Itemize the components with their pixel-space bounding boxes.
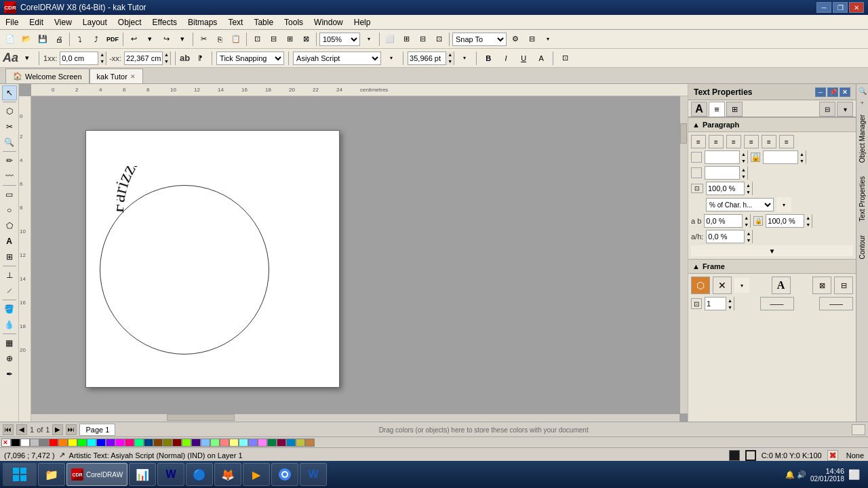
- align-center-button[interactable]: ≡: [709, 135, 724, 148]
- font-select[interactable]: Asiyah Script: [293, 52, 381, 65]
- smart-fill-tool[interactable]: ⊕: [2, 351, 17, 366]
- color-swatch-indigo[interactable]: [191, 439, 201, 447]
- frame-num-up[interactable]: ▲: [726, 297, 734, 304]
- x-spin-down[interactable]: ▼: [98, 58, 106, 65]
- no-color-swatch[interactable]: ✕: [1, 439, 11, 447]
- zoom-tool[interactable]: 🔍: [2, 135, 17, 150]
- menu-table[interactable]: Table: [248, 15, 279, 29]
- zoom-select[interactable]: 105%: [319, 33, 360, 46]
- align-left-button[interactable]: ≡: [691, 135, 706, 148]
- frame-icon-dropdown[interactable]: ▾: [734, 278, 749, 293]
- menu-bitmaps[interactable]: Bitmaps: [182, 15, 222, 29]
- redo-dropdown[interactable]: ▾: [175, 32, 190, 47]
- menu-object[interactable]: Object: [113, 15, 147, 29]
- export-button[interactable]: ⤴: [89, 32, 104, 47]
- taskbar-vlc[interactable]: ▶: [243, 463, 270, 486]
- frame-connect-1[interactable]: ⊠: [812, 277, 831, 294]
- char-height-dropdown[interactable]: ▾: [776, 197, 791, 212]
- x-input[interactable]: 0,0 cm: [60, 54, 98, 62]
- frame-tab[interactable]: ⊞: [726, 102, 743, 117]
- color-swatch-darkred[interactable]: [277, 439, 286, 447]
- panel-close-button[interactable]: ✕: [840, 87, 850, 97]
- color-swatch-darkgreen[interactable]: [267, 439, 277, 447]
- color-swatch-black[interactable]: [11, 439, 20, 447]
- color-swatch-yellow[interactable]: [68, 439, 77, 447]
- color-swatch-gray2[interactable]: [39, 439, 49, 447]
- fit-page-button[interactable]: ⊡: [250, 32, 264, 47]
- indent-before-input[interactable]: [705, 169, 739, 177]
- redo-button[interactable]: ↪: [159, 32, 174, 47]
- save-button[interactable]: 💾: [35, 32, 50, 47]
- color-swatch-lime[interactable]: [182, 439, 191, 447]
- fill-color-indicator[interactable]: [729, 450, 740, 461]
- more-options-button[interactable]: ⊟: [819, 102, 835, 117]
- first-line-indent-input[interactable]: [705, 153, 739, 161]
- indent-right-down[interactable]: ▼: [797, 157, 806, 164]
- color-swatch-pink[interactable]: [125, 439, 134, 447]
- first-line-indent-down[interactable]: ▼: [739, 157, 747, 164]
- font-dropdown[interactable]: ▾: [384, 51, 399, 66]
- color-swatch-orange[interactable]: [58, 439, 68, 447]
- color-swatch-lightmagenta[interactable]: [258, 439, 267, 447]
- color-swatch-green[interactable]: [77, 439, 87, 447]
- freehand-tool[interactable]: ✏: [2, 153, 17, 168]
- crop-tool[interactable]: ✂: [2, 119, 17, 134]
- hscroll-thumb[interactable]: [167, 414, 235, 421]
- object-manager-tab[interactable]: Object Manager: [857, 108, 868, 169]
- menu-text[interactable]: Text: [222, 15, 248, 29]
- polygon-tool[interactable]: ⬠: [2, 218, 17, 233]
- fit-width-button[interactable]: ⊟: [266, 32, 281, 47]
- start-button[interactable]: [3, 463, 37, 486]
- frame-extra-2[interactable]: ——: [819, 297, 853, 310]
- text-on-path-container[interactable]: Farizza Nur: [117, 166, 296, 220]
- frame-icon-1[interactable]: ⬡: [691, 277, 710, 294]
- menu-effects[interactable]: Effects: [147, 15, 182, 29]
- vertical-scrollbar[interactable]: [679, 96, 688, 413]
- paragraph-section-header[interactable]: ▲ Paragraph: [688, 117, 856, 132]
- panel-pin-button[interactable]: 📌: [827, 87, 838, 97]
- snap-settings-button[interactable]: ⚙: [508, 32, 523, 47]
- menu-window[interactable]: Window: [309, 15, 349, 29]
- print-button[interactable]: 🖨: [52, 32, 66, 47]
- color-swatch-maroon[interactable]: [172, 439, 182, 447]
- expand-paragraph-button[interactable]: ▼: [691, 245, 853, 256]
- y-spin-up[interactable]: ▲: [162, 52, 170, 58]
- open-button[interactable]: 📂: [19, 32, 34, 47]
- align-objects-button[interactable]: ⊡: [431, 32, 446, 47]
- word-spacing-input[interactable]: [707, 232, 744, 241]
- last-page-button[interactable]: ⏭: [66, 424, 77, 435]
- indent-before-down[interactable]: ▼: [739, 173, 747, 180]
- underline-button[interactable]: U: [516, 51, 531, 66]
- minimize-button[interactable]: ─: [816, 2, 831, 13]
- frame-extra-1[interactable]: ——: [760, 297, 794, 310]
- char-before-up[interactable]: ▲: [742, 214, 750, 221]
- allcaps-button[interactable]: A: [534, 51, 549, 66]
- select-tool[interactable]: ↖: [2, 85, 17, 100]
- text-align-button[interactable]: ⊡: [557, 51, 572, 66]
- tab-document[interactable]: kak Tutor ✕: [90, 68, 143, 83]
- indent-right-input[interactable]: [764, 153, 797, 161]
- color-swatch-lightgreen[interactable]: [210, 439, 220, 447]
- color-swatch-tan[interactable]: [305, 439, 315, 447]
- copy-button[interactable]: ⎘: [212, 32, 227, 47]
- color-swatch-blue[interactable]: [96, 439, 106, 447]
- taskbar-corel-app[interactable]: 🔵: [186, 463, 213, 486]
- paste-button[interactable]: 📋: [229, 32, 243, 47]
- grid-options-button[interactable]: ⊟: [415, 32, 430, 47]
- color-swatch-magenta[interactable]: [115, 439, 125, 447]
- undo-dropdown[interactable]: ▾: [142, 32, 157, 47]
- character-tab[interactable]: A: [691, 102, 707, 117]
- outline-pen-tool[interactable]: ✒: [2, 367, 17, 382]
- shape-tool[interactable]: ⬡: [2, 104, 17, 119]
- options-button[interactable]: ⊟: [524, 32, 539, 47]
- rectangle-tool[interactable]: ▭: [2, 187, 17, 202]
- menu-help[interactable]: Help: [349, 15, 376, 29]
- vscroll-thumb[interactable]: [680, 123, 687, 144]
- fill-tool[interactable]: 🪣: [2, 302, 17, 317]
- tab-close-button[interactable]: ✕: [130, 73, 136, 80]
- notification-area-icon[interactable]: ⬜: [848, 469, 860, 480]
- taskbar-word2[interactable]: W: [300, 463, 327, 486]
- color-swatch-navy[interactable]: [144, 439, 153, 447]
- bold-button[interactable]: B: [481, 51, 496, 66]
- frame-icon-2[interactable]: ✕: [713, 277, 732, 294]
